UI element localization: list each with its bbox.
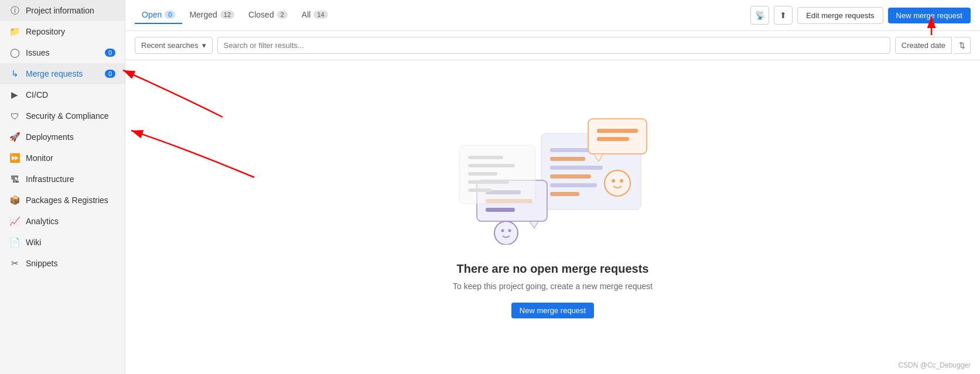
svg-rect-27 <box>468 188 491 192</box>
repository-icon: 📁 <box>9 26 20 37</box>
cicd-icon: ▶ <box>9 90 20 100</box>
sidebar-item-label: Merge requests <box>26 69 83 78</box>
sidebar-item-label: Deployments <box>26 132 74 142</box>
merge-requests-icon: ↳ <box>9 68 20 79</box>
sidebar-item-project-information[interactable]: ⓘ Project information <box>0 0 125 21</box>
sort-dropdown[interactable]: Created date <box>895 37 952 54</box>
tabs: Open 0 Merged 12 Closed 2 All 14 <box>135 6 743 24</box>
recent-searches-label: Recent searches <box>141 41 199 50</box>
snippets-icon: ✂ <box>9 258 20 269</box>
sidebar-item-packages-registries[interactable]: 📦 Packages & Registries <box>0 190 125 211</box>
svg-point-11 <box>605 170 630 196</box>
sidebar-item-label: Packages & Registries <box>26 195 108 205</box>
sidebar-item-infrastructure[interactable]: 🏗 Infrastructure <box>0 169 125 190</box>
new-merge-request-button-cta[interactable]: New merge request <box>511 303 594 318</box>
tab-label-open: Open <box>142 10 162 19</box>
tab-label-closed: Closed <box>248 10 274 19</box>
tab-label-merged: Merged <box>189 10 217 19</box>
svg-point-19 <box>494 221 518 245</box>
security-compliance-icon: 🛡 <box>9 111 20 121</box>
svg-rect-5 <box>550 183 597 187</box>
filter-bar: Recent searches ▾ Created date ⇅ <box>125 31 980 60</box>
sidebar-item-issues[interactable]: ◯ Issues 0 <box>0 42 125 63</box>
empty-state-subtitle: To keep this project going, create a new… <box>453 282 653 291</box>
empty-state: There are no open merge requests To keep… <box>453 262 653 318</box>
svg-rect-26 <box>468 180 509 184</box>
analytics-icon: 📈 <box>9 216 20 227</box>
svg-rect-9 <box>597 137 629 141</box>
svg-rect-8 <box>597 129 638 133</box>
sidebar-item-label: Monitor <box>26 153 53 163</box>
sidebar-item-merge-requests[interactable]: ↳ Merge requests 0 <box>0 63 125 84</box>
tab-all[interactable]: All 14 <box>295 6 335 24</box>
top-bar: Open 0 Merged 12 Closed 2 All 14 📡 ⬆ Edi… <box>125 0 980 31</box>
empty-state-title: There are no open merge requests <box>453 262 653 276</box>
empty-state-illustration <box>453 116 653 245</box>
sidebar-item-snippets[interactable]: ✂ Snippets <box>0 253 125 274</box>
svg-rect-17 <box>486 208 515 212</box>
sidebar-item-label: Infrastructure <box>26 174 74 184</box>
sidebar-item-deployments[interactable]: 🚀 Deployments <box>0 126 125 147</box>
top-bar-actions: 📡 ⬆ Edit merge requests New merge reques… <box>750 6 971 25</box>
edit-merge-requests-button[interactable]: Edit merge requests <box>797 7 883 24</box>
monitor-icon: ⏩ <box>9 153 20 163</box>
sort-order-btn[interactable]: ⇅ <box>954 37 971 54</box>
tab-count-closed: 2 <box>277 11 288 19</box>
export-icon-btn[interactable]: ⬆ <box>774 6 793 25</box>
project-information-icon: ⓘ <box>9 5 20 16</box>
main-content: Open 0 Merged 12 Closed 2 All 14 📡 ⬆ Edi… <box>125 0 980 374</box>
badge-issues: 0 <box>105 49 115 57</box>
svg-point-13 <box>620 179 623 183</box>
tab-count-open: 0 <box>165 11 175 19</box>
content-area: There are no open merge requests To keep… <box>125 60 980 374</box>
sidebar-item-label: Snippets <box>26 259 57 268</box>
deployments-icon: 🚀 <box>9 132 20 142</box>
svg-point-20 <box>501 229 504 232</box>
chevron-down-icon: ▾ <box>202 41 206 50</box>
tab-count-all: 14 <box>313 11 327 19</box>
svg-rect-23 <box>468 156 503 159</box>
sidebar-item-monitor[interactable]: ⏩ Monitor <box>0 147 125 169</box>
rss-icon-btn[interactable]: 📡 <box>750 6 769 25</box>
search-input[interactable] <box>217 37 890 54</box>
sidebar-item-repository[interactable]: 📁 Repository <box>0 21 125 42</box>
sidebar-item-label: Wiki <box>26 238 41 247</box>
sidebar-item-label: Issues <box>26 48 49 57</box>
tab-closed[interactable]: Closed 2 <box>241 6 295 24</box>
tab-label-all: All <box>302 10 311 19</box>
svg-rect-4 <box>550 174 591 179</box>
issues-icon: ◯ <box>9 47 20 58</box>
sort-section: Created date ⇅ <box>895 37 971 54</box>
tab-open[interactable]: Open 0 <box>135 6 182 24</box>
svg-marker-18 <box>530 221 538 228</box>
svg-point-12 <box>612 179 615 183</box>
sidebar-item-label: Repository <box>26 27 65 36</box>
sort-order-icon: ⇅ <box>959 41 965 50</box>
svg-rect-25 <box>468 172 497 176</box>
sidebar-item-label: Project information <box>26 6 94 15</box>
recent-searches-dropdown[interactable]: Recent searches ▾ <box>135 37 213 54</box>
tab-merged[interactable]: Merged 12 <box>182 6 241 24</box>
svg-rect-7 <box>588 119 647 154</box>
sidebar-item-cicd[interactable]: ▶ CI/CD <box>0 84 125 105</box>
sidebar-item-analytics[interactable]: 📈 Analytics <box>0 211 125 232</box>
sidebar-item-label: CI/CD <box>26 90 48 99</box>
infrastructure-icon: 🏗 <box>9 174 20 184</box>
wiki-icon: 📄 <box>9 237 20 248</box>
new-merge-request-button-top[interactable]: New merge request <box>888 8 971 23</box>
sidebar-item-security-compliance[interactable]: 🛡 Security & Compliance <box>0 105 125 126</box>
svg-rect-3 <box>550 166 603 170</box>
sidebar-item-label: Analytics <box>26 217 59 226</box>
badge-merge-requests: 0 <box>105 70 115 78</box>
svg-rect-2 <box>550 157 585 161</box>
export-icon: ⬆ <box>780 11 787 20</box>
sidebar-item-label: Security & Compliance <box>26 111 109 121</box>
svg-rect-24 <box>468 164 515 167</box>
packages-registries-icon: 📦 <box>9 195 20 205</box>
svg-point-21 <box>508 229 511 232</box>
sidebar: ⓘ Project information 📁 Repository ◯ Iss… <box>0 0 125 374</box>
watermark: CSDN @Cc_Debugger <box>898 361 971 369</box>
rss-icon: 📡 <box>755 11 765 20</box>
sidebar-item-wiki[interactable]: 📄 Wiki <box>0 232 125 253</box>
svg-rect-6 <box>550 192 579 196</box>
